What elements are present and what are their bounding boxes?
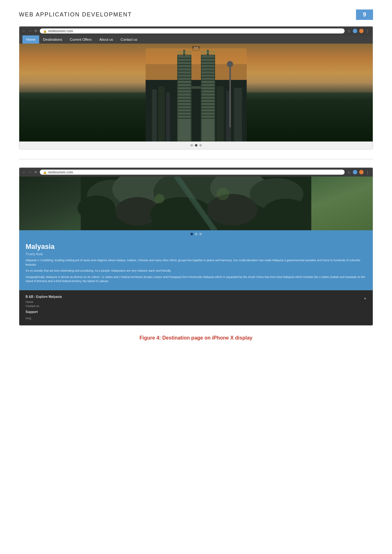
dot-3[interactable] <box>199 144 202 147</box>
svg-rect-47 <box>201 96 215 97</box>
browser-mockup-2: ← → ⟳ 🔒 nicktourism.com ☆ ⋮ <box>19 167 373 326</box>
green-circle-2 <box>353 170 357 174</box>
footer-brand: B &B : Explore Malyasia <box>26 295 62 298</box>
svg-rect-25 <box>177 99 191 100</box>
orange-circle <box>359 29 364 33</box>
url-text-1: nicktourism.com <box>48 29 73 33</box>
forward-button-2[interactable]: → <box>28 170 32 174</box>
url-bar-1[interactable]: 🔒 nicktourism.com <box>40 28 345 33</box>
svg-rect-45 <box>201 89 215 90</box>
svg-rect-60 <box>201 51 215 53</box>
svg-rect-50 <box>201 105 215 106</box>
malaysia-title: Malyasia <box>26 243 366 251</box>
nav-destinations[interactable]: Destinations <box>39 35 66 44</box>
svg-rect-39 <box>201 70 215 71</box>
svg-rect-37 <box>201 64 215 65</box>
svg-rect-48 <box>201 99 215 100</box>
svg-rect-40 <box>201 74 215 75</box>
site-nav-1: Home Destinations Current Offers About u… <box>19 35 373 44</box>
slide-indicators-1 <box>19 142 373 149</box>
star-icon[interactable]: ☆ <box>347 29 351 33</box>
svg-rect-51 <box>201 108 215 109</box>
malaysia-subtitle: Truely Asia <box>26 252 366 256</box>
svg-rect-36 <box>201 61 215 62</box>
svg-rect-42 <box>201 80 215 81</box>
menu-icon[interactable]: ⋮ <box>365 29 370 33</box>
page-header: WEB APPLICATION DEVELOPMENT 9 <box>0 0 392 26</box>
svg-rect-30 <box>177 115 191 116</box>
malaysia-para-2: It's no wonder that we love celebrating … <box>26 269 366 273</box>
svg-rect-3 <box>152 89 157 142</box>
hero-image-2 <box>19 177 373 230</box>
dot-2-3[interactable] <box>199 233 202 235</box>
browser-actions-1: ☆ ⋮ <box>347 29 370 33</box>
svg-rect-13 <box>177 61 191 62</box>
malaysia-para-1: Malyasia !! A bubbling, bustling melting… <box>26 258 366 267</box>
svg-rect-53 <box>201 115 215 116</box>
menu-icon-2[interactable]: ⋮ <box>365 170 370 175</box>
refresh-button-2[interactable]: ⟳ <box>34 170 37 174</box>
footer-support-label: Support <box>26 310 62 314</box>
svg-rect-31 <box>177 118 191 119</box>
svg-rect-52 <box>201 111 215 112</box>
browser-chrome-1: ← → ⟳ 🔒 nicktourism.com ☆ ⋮ <box>19 27 373 35</box>
svg-rect-29 <box>177 111 191 112</box>
hero-image-1: 2/3 <box>19 44 373 142</box>
svg-rect-4 <box>158 86 165 142</box>
svg-rect-54 <box>201 118 215 119</box>
dot-2-1[interactable] <box>190 233 193 235</box>
nav-about-us[interactable]: About us <box>95 35 117 44</box>
orange-circle-2 <box>359 170 364 174</box>
footer-left: B &B : Explore Malyasia Home Contact us … <box>26 295 62 321</box>
footer-section: B &B : Explore Malyasia Home Contact us … <box>19 290 373 325</box>
forward-button[interactable]: → <box>28 29 32 33</box>
back-button-2[interactable]: ← <box>22 170 26 174</box>
svg-rect-56 <box>191 86 201 89</box>
svg-rect-17 <box>177 74 191 75</box>
svg-rect-21 <box>177 86 191 87</box>
url-bar-2[interactable]: 🔒 nicktourism.com <box>40 170 345 175</box>
svg-point-72 <box>155 194 165 203</box>
nav-home[interactable]: Home <box>22 35 39 44</box>
svg-rect-27 <box>177 105 191 106</box>
footer-faq: FAQ <box>26 317 31 320</box>
star-icon-2[interactable]: ☆ <box>347 170 351 175</box>
browser-actions-2: ☆ ⋮ <box>347 170 370 175</box>
nav-current-offers[interactable]: Current Offers <box>66 35 96 44</box>
svg-rect-43 <box>201 83 215 84</box>
svg-rect-20 <box>177 83 191 84</box>
slide-indicators-2 <box>19 230 373 238</box>
nav-contact-us[interactable]: Contact us <box>117 35 141 44</box>
svg-point-70 <box>207 194 258 226</box>
dot-2-2[interactable] <box>195 233 197 235</box>
svg-rect-41 <box>201 77 215 78</box>
url-text-2: nicktourism.com <box>48 170 73 174</box>
svg-point-58 <box>227 61 233 67</box>
svg-point-71 <box>262 199 310 227</box>
page-title: WEB APPLICATION DEVELOPMENT <box>19 11 132 18</box>
footer-home-link[interactable]: Home <box>26 300 62 304</box>
svg-rect-12 <box>177 58 191 59</box>
svg-rect-16 <box>177 70 191 71</box>
footer-cursor: ▸ <box>365 295 366 321</box>
page-number: 9 <box>356 9 373 20</box>
svg-point-73 <box>217 188 229 200</box>
refresh-button[interactable]: ⟳ <box>34 29 37 33</box>
svg-rect-9 <box>234 88 242 142</box>
figure-caption: Figure 4: Destination page on iPhone X d… <box>19 335 373 341</box>
footer-contact-link[interactable]: Contact us <box>26 304 62 308</box>
back-button[interactable]: ← <box>22 29 26 33</box>
svg-rect-5 <box>166 93 170 142</box>
cursor-indicator: ▸ <box>365 296 366 300</box>
malaysia-section: Malyasia Truely Asia Malyasia !! A bubbl… <box>19 238 373 290</box>
separator <box>19 159 373 160</box>
svg-rect-35 <box>201 58 215 59</box>
dot-1[interactable] <box>190 144 193 147</box>
svg-rect-24 <box>177 96 191 97</box>
dot-2[interactable] <box>195 144 197 147</box>
svg-point-67 <box>78 196 116 221</box>
svg-rect-44 <box>201 86 215 87</box>
svg-rect-26 <box>177 102 191 103</box>
svg-rect-49 <box>201 102 215 103</box>
browser-mockup-1: ← → ⟳ 🔒 nicktourism.com ☆ ⋮ Home Destina… <box>19 26 373 149</box>
